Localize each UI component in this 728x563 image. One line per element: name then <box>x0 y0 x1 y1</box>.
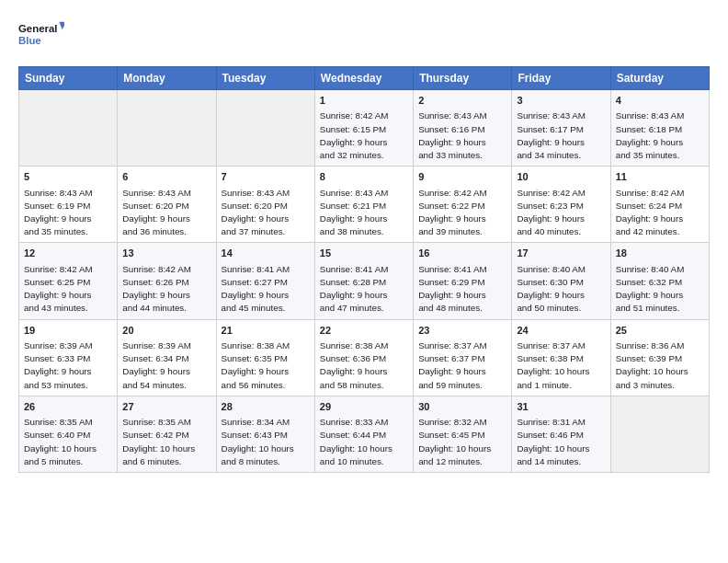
day-info: Sunrise: 8:35 AM Sunset: 6:42 PM Dayligh… <box>122 416 210 468</box>
calendar-header: SundayMondayTuesdayWednesdayThursdayFrid… <box>19 67 710 90</box>
day-number: 24 <box>517 324 605 338</box>
calendar-table: SundayMondayTuesdayWednesdayThursdayFrid… <box>18 66 710 473</box>
day-info: Sunrise: 8:38 AM Sunset: 6:35 PM Dayligh… <box>222 339 310 392</box>
day-info: Sunrise: 8:42 AM Sunset: 6:25 PM Dayligh… <box>24 263 112 316</box>
day-info: Sunrise: 8:40 AM Sunset: 6:32 PM Dayligh… <box>616 263 704 316</box>
weekday-header-friday: Friday <box>512 67 610 90</box>
day-info: Sunrise: 8:42 AM Sunset: 6:24 PM Dayligh… <box>616 187 704 239</box>
day-info: Sunrise: 8:43 AM Sunset: 6:21 PM Dayligh… <box>320 187 408 239</box>
day-number: 2 <box>418 94 506 108</box>
calendar-cell: 24Sunrise: 8:37 AM Sunset: 6:38 PM Dayli… <box>512 319 610 396</box>
day-number: 3 <box>517 94 605 108</box>
calendar-cell <box>610 396 709 472</box>
logo: General Blue <box>18 15 64 55</box>
day-info: Sunrise: 8:33 AM Sunset: 6:44 PM Dayligh… <box>320 416 408 468</box>
day-number: 30 <box>418 400 506 414</box>
day-number: 15 <box>320 247 408 260</box>
day-number: 12 <box>24 247 112 260</box>
day-info: Sunrise: 8:37 AM Sunset: 6:38 PM Dayligh… <box>517 339 605 392</box>
day-number: 5 <box>24 170 112 184</box>
day-info: Sunrise: 8:43 AM Sunset: 6:20 PM Dayligh… <box>222 187 310 239</box>
day-number: 20 <box>122 324 210 338</box>
calendar-cell: 21Sunrise: 8:38 AM Sunset: 6:35 PM Dayli… <box>216 319 314 396</box>
calendar-cell: 17Sunrise: 8:40 AM Sunset: 6:30 PM Dayli… <box>512 243 610 319</box>
calendar-cell <box>118 90 216 167</box>
calendar-cell: 1Sunrise: 8:42 AM Sunset: 6:15 PM Daylig… <box>314 90 413 167</box>
calendar-cell: 10Sunrise: 8:42 AM Sunset: 6:23 PM Dayli… <box>512 167 610 243</box>
calendar-cell: 13Sunrise: 8:42 AM Sunset: 6:26 PM Dayli… <box>118 243 216 319</box>
day-info: Sunrise: 8:43 AM Sunset: 6:19 PM Dayligh… <box>24 187 112 239</box>
day-number: 8 <box>320 170 408 184</box>
day-info: Sunrise: 8:34 AM Sunset: 6:43 PM Dayligh… <box>222 416 310 468</box>
calendar-cell: 5Sunrise: 8:43 AM Sunset: 6:19 PM Daylig… <box>19 167 118 243</box>
svg-text:General: General <box>18 23 57 34</box>
day-info: Sunrise: 8:32 AM Sunset: 6:45 PM Dayligh… <box>418 416 506 468</box>
day-number: 26 <box>24 400 112 414</box>
day-number: 16 <box>418 247 506 260</box>
day-info: Sunrise: 8:41 AM Sunset: 6:27 PM Dayligh… <box>222 263 310 316</box>
weekday-header-thursday: Thursday <box>414 67 512 90</box>
calendar-cell: 27Sunrise: 8:35 AM Sunset: 6:42 PM Dayli… <box>118 396 216 472</box>
day-info: Sunrise: 8:31 AM Sunset: 6:46 PM Dayligh… <box>517 416 605 468</box>
weekday-header-tuesday: Tuesday <box>216 67 314 90</box>
day-number: 1 <box>320 94 408 108</box>
day-info: Sunrise: 8:43 AM Sunset: 6:17 PM Dayligh… <box>517 109 605 162</box>
calendar-cell: 7Sunrise: 8:43 AM Sunset: 6:20 PM Daylig… <box>216 167 314 243</box>
day-info: Sunrise: 8:36 AM Sunset: 6:39 PM Dayligh… <box>616 339 704 392</box>
calendar-cell: 15Sunrise: 8:41 AM Sunset: 6:28 PM Dayli… <box>314 243 413 319</box>
day-number: 11 <box>616 170 704 184</box>
weekday-header-monday: Monday <box>118 67 216 90</box>
weekday-header-wednesday: Wednesday <box>314 67 413 90</box>
svg-marker-2 <box>59 22 64 30</box>
calendar-cell <box>216 90 314 167</box>
day-info: Sunrise: 8:39 AM Sunset: 6:34 PM Dayligh… <box>122 339 210 392</box>
calendar-cell: 6Sunrise: 8:43 AM Sunset: 6:20 PM Daylig… <box>118 167 216 243</box>
calendar-cell: 29Sunrise: 8:33 AM Sunset: 6:44 PM Dayli… <box>314 396 413 472</box>
day-number: 6 <box>122 170 210 184</box>
day-info: Sunrise: 8:42 AM Sunset: 6:26 PM Dayligh… <box>122 263 210 316</box>
calendar-cell: 22Sunrise: 8:38 AM Sunset: 6:36 PM Dayli… <box>314 319 413 396</box>
calendar-cell: 12Sunrise: 8:42 AM Sunset: 6:25 PM Dayli… <box>19 243 118 319</box>
calendar-cell: 25Sunrise: 8:36 AM Sunset: 6:39 PM Dayli… <box>610 319 709 396</box>
day-info: Sunrise: 8:40 AM Sunset: 6:30 PM Dayligh… <box>517 263 605 316</box>
calendar-cell: 9Sunrise: 8:42 AM Sunset: 6:22 PM Daylig… <box>414 167 512 243</box>
day-info: Sunrise: 8:42 AM Sunset: 6:23 PM Dayligh… <box>517 187 605 239</box>
day-number: 21 <box>222 324 310 338</box>
day-info: Sunrise: 8:37 AM Sunset: 6:37 PM Dayligh… <box>418 339 506 392</box>
day-info: Sunrise: 8:38 AM Sunset: 6:36 PM Dayligh… <box>320 339 408 392</box>
day-info: Sunrise: 8:41 AM Sunset: 6:28 PM Dayligh… <box>320 263 408 316</box>
day-number: 22 <box>320 324 408 338</box>
calendar-cell: 3Sunrise: 8:43 AM Sunset: 6:17 PM Daylig… <box>512 90 610 167</box>
calendar-cell: 26Sunrise: 8:35 AM Sunset: 6:40 PM Dayli… <box>19 396 118 472</box>
calendar-cell: 4Sunrise: 8:43 AM Sunset: 6:18 PM Daylig… <box>610 90 709 167</box>
day-number: 27 <box>122 400 210 414</box>
day-number: 29 <box>320 400 408 414</box>
day-number: 10 <box>517 170 605 184</box>
day-number: 7 <box>222 170 310 184</box>
day-number: 19 <box>24 324 112 338</box>
day-info: Sunrise: 8:43 AM Sunset: 6:16 PM Dayligh… <box>418 109 506 162</box>
day-info: Sunrise: 8:41 AM Sunset: 6:29 PM Dayligh… <box>418 263 506 316</box>
day-number: 28 <box>222 400 310 414</box>
calendar-cell <box>19 90 118 167</box>
day-number: 4 <box>616 94 704 108</box>
day-info: Sunrise: 8:43 AM Sunset: 6:18 PM Dayligh… <box>616 109 704 162</box>
day-number: 23 <box>418 324 506 338</box>
calendar-cell: 2Sunrise: 8:43 AM Sunset: 6:16 PM Daylig… <box>414 90 512 167</box>
day-number: 25 <box>616 324 704 338</box>
page-header: General Blue <box>18 15 710 55</box>
day-info: Sunrise: 8:43 AM Sunset: 6:20 PM Dayligh… <box>122 187 210 239</box>
day-number: 31 <box>517 400 605 414</box>
weekday-header-saturday: Saturday <box>610 67 709 90</box>
weekday-header-sunday: Sunday <box>19 67 118 90</box>
calendar-cell: 31Sunrise: 8:31 AM Sunset: 6:46 PM Dayli… <box>512 396 610 472</box>
calendar-cell: 23Sunrise: 8:37 AM Sunset: 6:37 PM Dayli… <box>414 319 512 396</box>
calendar-cell: 19Sunrise: 8:39 AM Sunset: 6:33 PM Dayli… <box>19 319 118 396</box>
calendar-cell: 28Sunrise: 8:34 AM Sunset: 6:43 PM Dayli… <box>216 396 314 472</box>
day-number: 9 <box>418 170 506 184</box>
calendar-cell: 14Sunrise: 8:41 AM Sunset: 6:27 PM Dayli… <box>216 243 314 319</box>
day-info: Sunrise: 8:42 AM Sunset: 6:15 PM Dayligh… <box>320 109 408 162</box>
day-number: 17 <box>517 247 605 260</box>
day-info: Sunrise: 8:42 AM Sunset: 6:22 PM Dayligh… <box>418 187 506 239</box>
calendar-cell: 30Sunrise: 8:32 AM Sunset: 6:45 PM Dayli… <box>414 396 512 472</box>
